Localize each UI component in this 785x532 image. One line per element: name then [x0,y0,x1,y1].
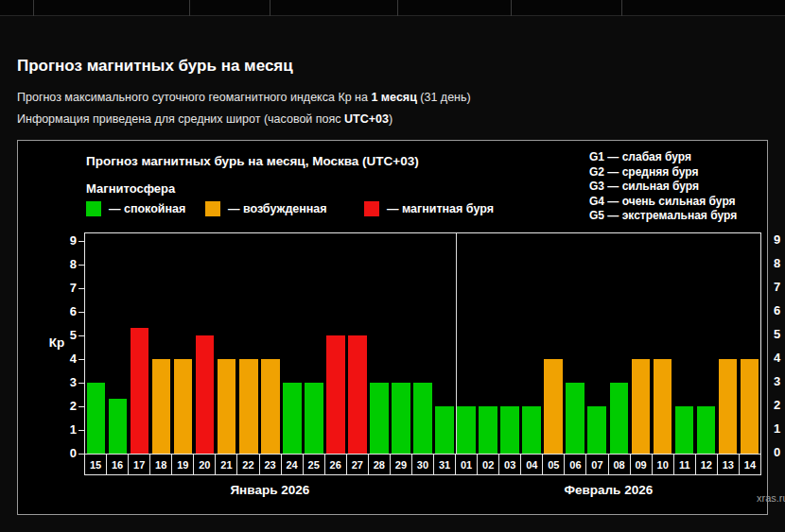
page-title: Прогноз магнитных бурь на месяц [17,57,293,76]
y-tick-mark [78,359,84,360]
g-scale-line-g5: G5 — экстремальная буря [589,209,737,224]
kp-bar-day-16 [109,399,128,454]
y-tick-label-4: 4 [44,352,77,367]
day-label-26: 26 [324,455,346,474]
day-label-15: 15 [85,455,106,474]
day-label-19: 19 [171,455,193,474]
g-scale-line-g4: G4 — очень сильная буря [589,195,737,210]
kp-bar-day-20 [196,335,215,454]
right-y-tick-label-6: 6 [774,303,780,318]
day-label-08: 08 [608,455,630,474]
y-tick-mark [78,288,84,289]
plot-area [84,232,761,455]
y-tick-label-3: 3 [44,375,77,390]
kp-bar-day-19 [174,359,193,454]
right-y-tick-label-7: 7 [774,280,780,295]
day-label-01: 01 [455,455,477,474]
y-tick-label-6: 6 [44,304,77,319]
y-tick-label-2: 2 [44,399,77,414]
kp-bar-day-21 [218,359,236,454]
nav-divider [33,0,34,16]
day-label-14: 14 [739,455,760,474]
day-label-20: 20 [193,455,215,474]
subtitle-text: ) [389,112,392,126]
day-label-18: 18 [149,455,171,474]
kp-bar-day-25 [305,383,323,454]
day-label-12: 12 [695,455,717,474]
legend-item-quiet: — спокойная [86,201,185,216]
chart-title: Прогноз магнитных бурь на месяц, Москва … [86,154,419,168]
day-label-11: 11 [673,455,695,474]
kp-bar-day-01 [457,406,476,454]
day-label-09: 09 [630,455,652,474]
nav-divider [270,0,270,16]
kp-bar-day-14 [741,359,759,454]
y-tick-mark [78,312,84,313]
day-label-21: 21 [215,455,236,474]
right-y-tick-label-2: 2 [774,398,780,413]
kp-bar-day-26 [326,335,345,454]
day-label-16: 16 [106,455,128,474]
kp-bar-day-24 [283,383,302,454]
subtitle-bold-1-month: 1 месяц [371,91,416,104]
right-y-tick-label-5: 5 [774,327,780,342]
kp-bar-day-09 [632,359,651,454]
kp-bar-day-17 [131,328,149,454]
legend-item-excited: — возбужденная [205,201,327,216]
day-label-25: 25 [303,455,324,474]
day-label-06: 06 [564,455,585,474]
page-subtitle-forecast: Прогноз максимального суточного геомагни… [17,91,471,104]
kp-bar-day-28 [370,383,389,454]
right-y-tick-label-0: 0 [774,445,780,460]
kp-bar-day-15 [87,383,106,454]
day-label-02: 02 [477,455,498,474]
kp-bar-day-11 [675,406,694,454]
y-tick-label-8: 8 [44,257,77,272]
month-label-january: Январь 2026 [84,483,456,497]
subtitle-bold-utc: UTC+03 [344,112,389,126]
g-scale-line-g2: G2 — средняя буря [589,165,737,180]
kp-bar-day-06 [566,383,584,454]
nav-divider [189,0,190,16]
top-navigation-bar[interactable] [0,0,785,16]
legend-swatch-excited [205,201,220,216]
page-subtitle-latitudes: Информация приведена для средних широт (… [17,112,392,126]
day-label-28: 28 [368,455,390,474]
legend-swatch-storm [364,201,379,216]
y-tick-label-5: 5 [44,328,77,343]
kp-bar-day-08 [610,383,629,454]
day-label-24: 24 [281,455,303,474]
day-label-05: 05 [542,455,564,474]
right-y-tick-label-4: 4 [774,351,780,366]
subtitle-text: Информация приведена для средних широт (… [17,112,344,126]
kp-bar-day-31 [435,406,454,454]
legend-label: — спокойная [109,202,185,215]
kp-bar-day-27 [348,335,367,454]
kp-bar-day-07 [587,406,606,454]
y-tick-label-1: 1 [44,422,77,438]
legend-label: — возбужденная [228,202,327,215]
kp-bar-day-29 [392,383,410,454]
kp-bar-day-30 [413,383,432,454]
day-label-29: 29 [390,455,411,474]
nav-divider [397,0,398,16]
right-y-tick-label-3: 3 [774,374,780,389]
right-y-tick-label-9: 9 [774,232,780,248]
day-label-23: 23 [259,455,281,474]
kp-bar-day-03 [500,406,519,454]
day-label-10: 10 [652,455,673,474]
kp-bar-day-13 [719,359,738,454]
right-y-tick-label-1: 1 [774,421,780,437]
magnetosphere-legend-title: Магнитосфера [86,181,175,196]
y-tick-label-9: 9 [44,233,77,249]
y-tick-label-0: 0 [44,446,77,461]
kp-bar-day-12 [697,406,716,454]
day-label-30: 30 [411,455,433,474]
legend-swatch-quiet [86,201,101,216]
y-tick-label-7: 7 [44,281,77,296]
g-scale-line-g1: G1 — слабая буря [589,150,737,165]
kp-bar-day-02 [479,406,497,454]
nav-divider [621,0,622,16]
y-tick-mark [78,335,84,336]
day-label-07: 07 [585,455,607,474]
